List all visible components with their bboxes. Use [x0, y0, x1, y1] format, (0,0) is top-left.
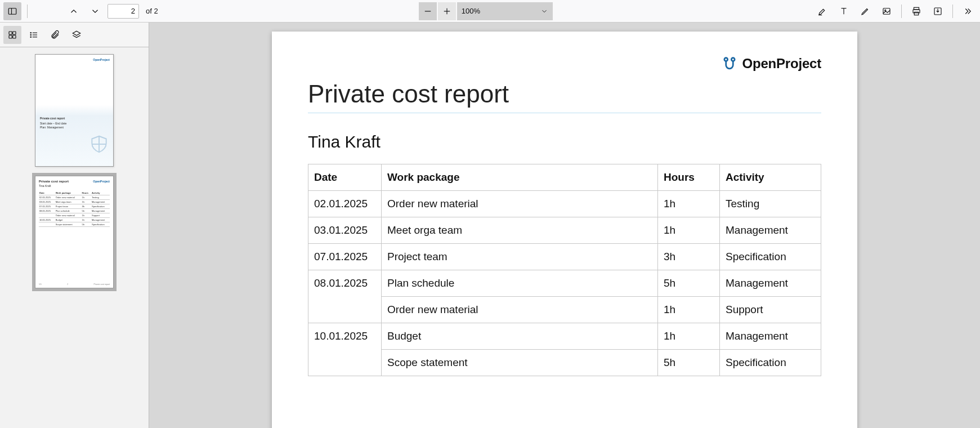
cell-activity: Management	[720, 323, 821, 350]
brand-logo-mini: OpenProject	[93, 58, 110, 61]
cell-activity: Testing	[720, 191, 821, 217]
thumb1-line2: Plan: Management	[40, 126, 64, 129]
page-number-input[interactable]	[108, 4, 139, 19]
text-icon	[839, 6, 849, 16]
thumbnail-strip: OpenProject Private cost report Start da…	[0, 47, 149, 428]
brand-logo-mini: OpenProject	[93, 180, 110, 183]
image-tool-button[interactable]	[878, 2, 896, 20]
cell-date	[308, 297, 382, 323]
svg-point-19	[30, 32, 32, 33]
paperclip-icon	[50, 30, 60, 40]
shield-icon	[88, 132, 110, 156]
thumbnails-view-button[interactable]	[3, 26, 21, 44]
col-wp: Work package	[382, 164, 658, 191]
attachments-view-button[interactable]	[46, 26, 64, 44]
svg-rect-16	[13, 32, 16, 34]
image-icon	[881, 6, 892, 16]
workspace: OpenProject Private cost report Start da…	[0, 23, 980, 428]
list-icon	[29, 30, 39, 40]
layers-icon	[71, 30, 82, 40]
zoom-select[interactable]: 100%	[457, 2, 553, 20]
layers-view-button[interactable]	[68, 26, 86, 44]
toggle-sidebar-button[interactable]	[3, 2, 21, 20]
cell-hours: 5h	[658, 350, 720, 376]
print-button[interactable]	[907, 2, 925, 20]
grid-icon	[7, 30, 17, 40]
cell-activity: Specification	[720, 350, 821, 376]
cell-wp: Plan schedule	[382, 270, 658, 297]
more-tools-button[interactable]	[959, 2, 977, 20]
table-row: 10.01.2025 Budget 1h Management	[308, 323, 821, 350]
cell-wp: Order new material	[382, 297, 658, 323]
chevron-down-icon	[540, 7, 548, 15]
text-tool-button[interactable]	[835, 2, 853, 20]
table-row: 07.01.2025 Project team 3h Specification	[308, 244, 821, 270]
thumbnail-page-2[interactable]: OpenProject Private cost report Tina Kra…	[35, 176, 114, 288]
plus-icon	[442, 6, 452, 16]
cell-activity: Management	[720, 270, 821, 297]
cell-date: 02.01.2025	[308, 191, 382, 217]
zoom-out-button[interactable]	[419, 2, 437, 20]
cell-wp: Project team	[382, 244, 658, 270]
cell-hours: 1h	[658, 297, 720, 323]
cell-hours: 5h	[658, 270, 720, 297]
table-row: 03.01.2025 Meet orga team 1h Management	[308, 217, 821, 244]
svg-marker-25	[73, 31, 80, 35]
pencil-icon	[860, 6, 870, 16]
cell-wp: Scope statement	[382, 350, 658, 376]
thumb1-line1: Start date – End date	[40, 122, 66, 125]
thumbnail-page-1[interactable]: OpenProject Private cost report Start da…	[35, 54, 114, 167]
page-title: Private cost report	[308, 80, 821, 113]
thumb1-title: Private cost report	[40, 117, 66, 121]
brand-logo: OpenProject	[308, 55, 821, 72]
svg-point-21	[30, 34, 32, 35]
chevron-double-right-icon	[963, 6, 973, 16]
cell-date: 10.01.2025	[308, 323, 382, 350]
col-activity: Activity	[720, 164, 821, 191]
thumb2-person: Tina Kraft	[39, 184, 110, 188]
table-row: 02.01.2025 Order new material 1h Testing	[308, 191, 821, 217]
page-count-label: of 2	[146, 7, 158, 15]
next-page-button[interactable]	[86, 2, 104, 20]
table-row: Scope statement 5h Specification	[308, 350, 821, 376]
download-button[interactable]	[929, 2, 947, 20]
svg-rect-17	[9, 35, 12, 38]
svg-point-23	[30, 37, 32, 38]
chevron-down-icon	[90, 6, 100, 16]
svg-rect-18	[13, 35, 16, 38]
cell-activity: Specification	[720, 244, 821, 270]
cell-date: 08.01.2025	[308, 270, 382, 297]
cell-wp: Budget	[382, 323, 658, 350]
zoom-value-label: 100%	[462, 7, 480, 15]
cost-report-table: Date Work package Hours Activity 02.01.2…	[308, 164, 821, 376]
thumb2-mini-table: DateWork packageHoursActivity 02.01.2025…	[39, 191, 110, 227]
page-viewer[interactable]: OpenProject Private cost report Tina Kra…	[149, 23, 980, 428]
sidebar: OpenProject Private cost report Start da…	[0, 23, 149, 428]
openproject-logo-icon	[721, 55, 738, 72]
cell-hours: 1h	[658, 191, 720, 217]
sidebar-icon	[7, 6, 17, 16]
cell-wp: Order new material	[382, 191, 658, 217]
cell-date	[308, 350, 382, 376]
col-hours: Hours	[658, 164, 720, 191]
outline-view-button[interactable]	[25, 26, 43, 44]
table-row: 08.01.2025 Plan schedule 5h Management	[308, 270, 821, 297]
toolbar-separator	[27, 5, 28, 18]
pdf-toolbar: of 2 100%	[0, 0, 980, 23]
highlight-tool-button[interactable]	[813, 2, 831, 20]
cell-date: 03.01.2025	[308, 217, 382, 244]
cell-wp: Meet orga team	[382, 217, 658, 244]
minus-icon	[423, 6, 433, 16]
cell-date: 07.01.2025	[308, 244, 382, 270]
download-icon	[933, 6, 943, 16]
report-person: Tina Kraft	[308, 132, 821, 151]
prev-page-button[interactable]	[65, 2, 83, 20]
svg-rect-0	[8, 8, 16, 14]
toolbar-separator	[901, 5, 902, 18]
table-header-row: Date Work package Hours Activity	[308, 164, 821, 191]
draw-tool-button[interactable]	[856, 2, 874, 20]
cell-hours: 1h	[658, 323, 720, 350]
zoom-in-button[interactable]	[438, 2, 456, 20]
cell-hours: 1h	[658, 217, 720, 244]
sidebar-toolbar	[0, 23, 149, 47]
